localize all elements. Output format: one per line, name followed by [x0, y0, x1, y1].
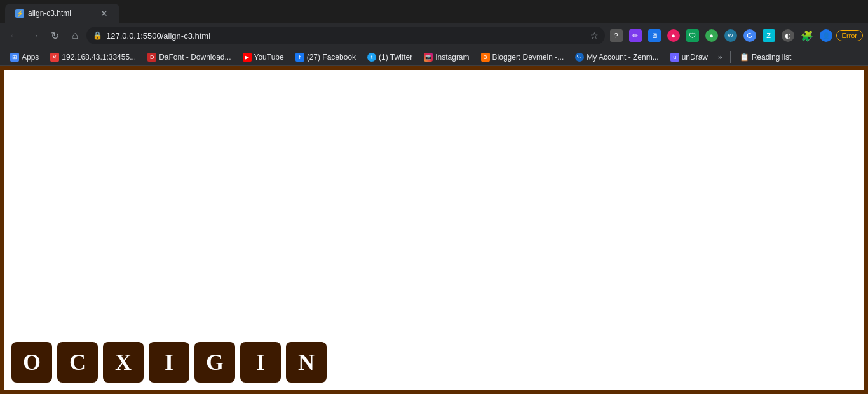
facebook-label: (27) Facebook	[307, 53, 356, 62]
apps-label: Apps	[22, 53, 39, 62]
reload-button[interactable]: ↻	[46, 27, 64, 44]
bookmark-youtube[interactable]: ▶ YouTube	[238, 51, 289, 63]
address-input[interactable]	[106, 31, 587, 41]
zenm-label: My Account - Zenm...	[587, 53, 658, 62]
ext-monitor[interactable]: 🖥	[646, 27, 663, 44]
address-bar-container[interactable]: 🔒 ☆	[86, 27, 605, 44]
bookmark-facebook[interactable]: f (27) Facebook	[290, 51, 361, 63]
dafont-favicon: D	[147, 53, 156, 62]
letter-o: O	[23, 349, 41, 376]
facebook-favicon: f	[295, 53, 304, 62]
ext-green-circle[interactable]: ●	[703, 27, 721, 44]
letter-box-o: O	[11, 342, 52, 383]
apps-favicon: ⊞	[10, 53, 19, 62]
bookmark-instagram[interactable]: 📷 Instagram	[419, 51, 474, 63]
nav-bar: ← → ↻ ⌂ 🔒 ☆ ? ✏ 🖥 ● 🛡 ● W G Z ◐ 🧩 👤 Erro…	[0, 23, 868, 48]
ext-wp[interactable]: W	[722, 27, 740, 44]
ip-favicon: ✕	[50, 53, 59, 62]
letter-box-g: G	[194, 342, 235, 383]
letter-g: G	[206, 349, 224, 376]
tab-title: align-c3.html	[28, 9, 95, 18]
blogger-label: Blogger: Devmein -...	[492, 53, 564, 62]
tab-favicon: ⚡	[15, 9, 24, 18]
letter-box-i1: I	[149, 342, 189, 383]
extensions-button[interactable]: 🧩	[798, 27, 816, 44]
bookmark-zenm[interactable]: 🛡 My Account - Zenm...	[570, 51, 663, 63]
zenm-favicon: 🛡	[575, 53, 584, 62]
browser-chrome: ⚡ align-c3.html ✕ ← → ↻ ⌂ 🔒 ☆ ? ✏ 🖥 ● 🛡 …	[0, 0, 868, 66]
bookmarks-more-button[interactable]: »	[714, 51, 726, 63]
profile-button[interactable]: 👤	[817, 27, 835, 44]
instagram-favicon: 📷	[424, 53, 433, 62]
letter-c: C	[69, 349, 86, 376]
home-button[interactable]: ⌂	[66, 27, 84, 44]
forward-button[interactable]: →	[25, 27, 43, 44]
dafont-label: DaFont - Download...	[159, 53, 231, 62]
ext-shield[interactable]: 🛡	[684, 27, 702, 44]
reading-list-icon: 📋	[740, 53, 749, 62]
tab-bar: ⚡ align-c3.html ✕	[0, 0, 868, 23]
youtube-label: YouTube	[254, 53, 284, 62]
reading-list-button[interactable]: 📋 Reading list	[735, 51, 797, 63]
twitter-label: (1) Twitter	[379, 53, 412, 62]
ext-questionmark[interactable]: ?	[607, 27, 625, 44]
undraw-label: unDraw	[682, 53, 708, 62]
letter-boxes-container: O C X I G I N	[11, 342, 864, 383]
back-button[interactable]: ←	[5, 27, 23, 44]
ext-z[interactable]: Z	[760, 27, 778, 44]
instagram-label: Instagram	[435, 53, 469, 62]
bookmark-blogger[interactable]: B Blogger: Devmein -...	[476, 51, 569, 63]
twitter-favicon: t	[367, 53, 376, 62]
bookmarks-bar: ⊞ Apps ✕ 192.168.43.1:33455... D DaFont …	[0, 48, 868, 66]
active-tab[interactable]: ⚡ align-c3.html ✕	[5, 4, 119, 23]
bookmarks-separator	[730, 51, 731, 63]
bookmark-ip[interactable]: ✕ 192.168.43.1:33455...	[45, 51, 141, 63]
letter-i1: I	[165, 349, 173, 376]
ext-g[interactable]: G	[741, 27, 759, 44]
letter-box-n: N	[286, 342, 327, 383]
tab-close-button[interactable]: ✕	[99, 8, 109, 18]
page-content: O C X I G I N	[0, 66, 868, 394]
bookmark-twitter[interactable]: t (1) Twitter	[362, 51, 417, 63]
ext-dark-circle[interactable]: ◐	[779, 27, 797, 44]
blogger-favicon: B	[481, 53, 490, 62]
bookmark-apps[interactable]: ⊞ Apps	[5, 51, 44, 63]
letter-i2: I	[256, 349, 265, 376]
lock-icon: 🔒	[93, 31, 102, 40]
bookmark-dafont[interactable]: D DaFont - Download...	[142, 51, 236, 63]
letter-box-c: C	[57, 342, 98, 383]
letter-n: N	[298, 349, 315, 376]
letter-box-i2: I	[240, 342, 281, 383]
bookmark-undraw[interactable]: u unDraw	[665, 51, 713, 63]
ip-label: 192.168.43.1:33455...	[62, 53, 136, 62]
youtube-favicon: ▶	[243, 53, 252, 62]
letter-box-x: X	[103, 342, 144, 383]
reading-list-label: Reading list	[752, 53, 792, 62]
undraw-favicon: u	[670, 53, 679, 62]
ext-pencil[interactable]: ✏	[627, 27, 644, 44]
letter-x: X	[115, 349, 132, 376]
nav-right-icons: ? ✏ 🖥 ● 🛡 ● W G Z ◐ 🧩 👤 Error	[607, 27, 863, 44]
ext-circle-red[interactable]: ●	[665, 27, 682, 44]
star-icon[interactable]: ☆	[590, 31, 599, 41]
error-button[interactable]: Error	[836, 30, 863, 41]
